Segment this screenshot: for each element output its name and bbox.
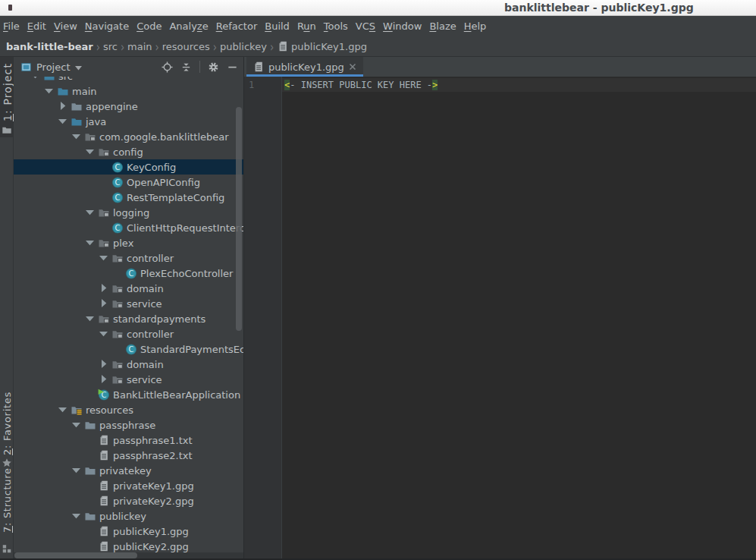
tree-row-controller[interactable]: controller [14,250,243,266]
tree-collapse-icon[interactable] [98,297,111,310]
tree-expand-icon[interactable] [43,85,57,97]
tree-row-publickey2-gpg[interactable]: publicKey2.gpg [14,539,243,554]
chevron-down-icon[interactable] [74,63,83,73]
breadcrumb-item[interactable]: publickey [220,41,267,52]
editor-tab[interactable]: publicKey1.gpg [246,57,363,77]
menu-view[interactable]: View [54,20,77,32]
menu-code[interactable]: Code [136,20,162,32]
tree-row-standardpayments[interactable]: standardpayments [14,311,243,326]
tree-row-service[interactable]: service [14,296,243,311]
stripe-button-favorites[interactable]: 2: Favorites [2,392,13,455]
project-panel-title[interactable]: Project [36,61,70,73]
tree-collapse-icon[interactable] [57,100,71,112]
tree-row-com-google-banklittlebear[interactable]: com.google.banklittlebear [14,129,243,144]
tree-row-passphrase[interactable]: passphrase [14,417,243,433]
menu-run[interactable]: Run [297,20,316,32]
tree-row-privatekey1-gpg[interactable]: privateKey1.gpg [14,478,243,493]
tree-expand-icon[interactable] [71,464,84,477]
stripe-button-structure[interactable]: 7: Structure [2,467,13,533]
breadcrumb-item[interactable]: bank-little-bear [6,41,93,52]
folder-icon [84,419,96,431]
editor-content[interactable]: <- INSERT PUBLIC KEY HERE -> [282,77,756,560]
gear-icon[interactable] [208,61,219,73]
horizontal-scrollbar[interactable] [14,552,137,558]
tree-row-standardpaymentsechocontroller[interactable]: CStandardPaymentsEchoController [14,341,243,357]
menu-navigate[interactable]: Navigate [85,20,129,32]
editor[interactable]: 1 <- INSERT PUBLIC KEY HERE -> [244,77,756,560]
close-icon[interactable] [348,62,357,71]
tree-row-keyconfig[interactable]: CKeyConfig [14,159,243,175]
breadcrumb-item[interactable]: resources [162,41,210,52]
menu-refactor[interactable]: Refactor [216,20,258,32]
code-line[interactable]: <- INSERT PUBLIC KEY HERE -> [282,78,756,92]
menu-build[interactable]: Build [265,20,290,32]
tree-row-publickey[interactable]: publickey [14,508,243,524]
tree-row-privatekey[interactable]: privatekey [14,463,243,478]
tree-expand-icon[interactable] [57,404,71,416]
tree-indent [84,480,98,492]
tree-row-src[interactable]: src [14,77,243,83]
star-icon[interactable] [2,458,12,468]
tree-row-java[interactable]: java [14,114,243,129]
vertical-scrollbar[interactable] [236,107,242,331]
package-icon [98,237,110,249]
tree-expand-icon[interactable] [98,328,111,340]
locate-icon[interactable] [162,61,173,73]
tree-expand-icon[interactable] [71,510,84,522]
menu-analyze[interactable]: Analyze [169,20,208,32]
tree-collapse-icon[interactable] [98,282,111,294]
tree-expand-icon[interactable] [84,206,98,219]
tree-row-controller[interactable]: controller [14,326,243,341]
menu-window[interactable]: Window [383,20,422,32]
tree-expand-icon[interactable] [71,419,84,431]
menu-tools[interactable]: Tools [324,20,348,32]
stripe-button-project[interactable]: 1: Project [2,63,14,121]
tree-row-passphrase1-txt[interactable]: passphrase1.txt [14,433,243,448]
tree-row-privatekey2-gpg[interactable]: privateKey2.gpg [14,493,243,508]
tree-collapse-icon[interactable] [98,358,111,370]
tree-expand-icon[interactable] [84,146,98,158]
tree-expand-icon[interactable] [71,131,84,143]
tree-row-config[interactable]: config [14,144,243,159]
collapse-all-icon[interactable] [180,61,192,73]
menu-file[interactable]: File [3,20,20,32]
hide-panel-icon[interactable] [227,61,238,73]
tree-expand-icon[interactable] [84,313,98,325]
structure-icon[interactable] [2,543,12,554]
tree-row-publickey1-gpg[interactable]: publicKey1.gpg [14,524,243,539]
breadcrumb-item[interactable]: main [127,41,152,52]
breadcrumb-item[interactable]: src [103,41,118,52]
tree-indent [84,389,98,401]
tree-collapse-icon[interactable] [98,373,111,385]
tree-row-openapiconfig[interactable]: COpenAPIConfig [14,175,243,190]
tree-row-plexechocontroller[interactable]: CPlexEchoController [14,266,243,281]
tree-row-appengine[interactable]: appengine [14,99,243,114]
tree-row-banklittlebearapplication[interactable]: CBankLittleBearApplication [14,387,243,402]
class-icon: C [125,343,137,355]
tree-expand-icon[interactable] [84,237,98,249]
tree-expand-icon[interactable] [98,252,111,264]
menu-edit[interactable]: Edit [27,20,46,32]
tree-row-clienthttprequestinterceptor[interactable]: CClientHttpRequestInterceptor [14,220,243,235]
tree-row-logging[interactable]: logging [14,205,243,220]
tree-expand-icon[interactable] [57,115,71,127]
tree-row-domain[interactable]: domain [14,281,243,296]
tree-row-domain[interactable]: domain [14,357,243,372]
menu-help[interactable]: Help [464,20,487,32]
tree-row-resources[interactable]: resources [14,402,243,417]
tree-row-service[interactable]: service [14,372,243,387]
folder-source-icon [71,115,83,127]
tree-indent [111,267,125,279]
tree-row-passphrase2-txt[interactable]: passphrase2.txt [14,448,243,463]
tree-row-main[interactable]: main [14,83,243,99]
breadcrumb-item[interactable]: publicKey1.gpg [291,41,367,52]
tree-expand-icon[interactable] [30,77,43,82]
tree-label: appengine [86,101,138,112]
menu-blaze[interactable]: Blaze [429,20,456,32]
class-icon: C [111,222,124,234]
code-text: - INSERT PUBLIC KEY HERE - [290,80,432,90]
tree-row-plex[interactable]: plex [14,235,243,250]
project-folder-icon[interactable] [2,124,12,135]
tree-row-resttemplateconfig[interactable]: CRestTemplateConfig [14,190,243,205]
menu-vcs[interactable]: VCS [356,20,375,32]
